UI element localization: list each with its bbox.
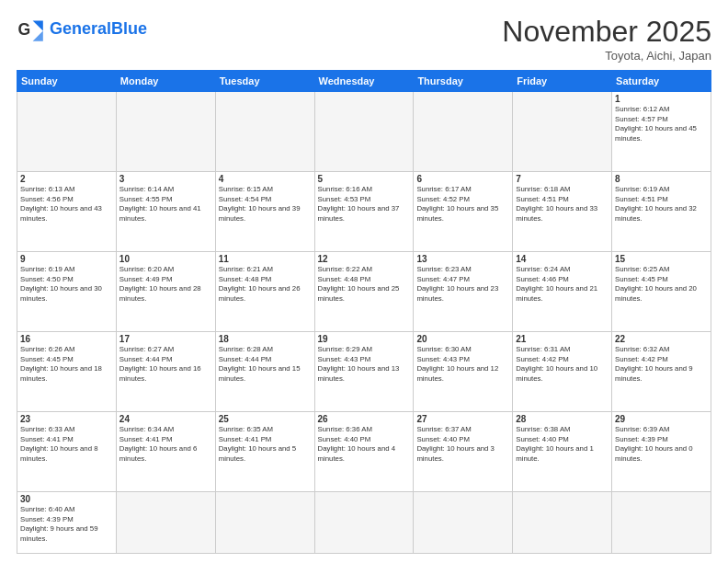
day-number: 27 bbox=[416, 414, 509, 424]
calendar-cell-2-4: 13Sunrise: 6:23 AM Sunset: 4:47 PM Dayli… bbox=[414, 252, 513, 332]
cell-sun-info: Sunrise: 6:26 AM Sunset: 4:45 PM Dayligh… bbox=[20, 345, 113, 384]
day-number: 16 bbox=[20, 334, 113, 344]
day-number: 23 bbox=[20, 414, 113, 424]
col-sunday: Sunday bbox=[17, 71, 117, 92]
day-number: 11 bbox=[219, 254, 312, 264]
calendar-cell-1-6: 8Sunrise: 6:19 AM Sunset: 4:51 PM Daylig… bbox=[612, 172, 711, 252]
cell-sun-info: Sunrise: 6:29 AM Sunset: 4:43 PM Dayligh… bbox=[318, 345, 411, 384]
svg-marker-2 bbox=[33, 31, 43, 41]
calendar-cell-1-5: 7Sunrise: 6:18 AM Sunset: 4:51 PM Daylig… bbox=[513, 172, 612, 252]
calendar-cell-0-6: 1Sunrise: 6:12 AM Sunset: 4:57 PM Daylig… bbox=[612, 92, 711, 172]
calendar-cell-3-0: 16Sunrise: 6:26 AM Sunset: 4:45 PM Dayli… bbox=[17, 332, 117, 412]
month-title: November 2025 bbox=[502, 15, 711, 49]
cell-sun-info: Sunrise: 6:34 AM Sunset: 4:41 PM Dayligh… bbox=[119, 425, 212, 464]
cell-sun-info: Sunrise: 6:12 AM Sunset: 4:57 PM Dayligh… bbox=[615, 105, 708, 144]
cell-sun-info: Sunrise: 6:19 AM Sunset: 4:51 PM Dayligh… bbox=[615, 185, 708, 224]
calendar-cell-3-2: 18Sunrise: 6:28 AM Sunset: 4:44 PM Dayli… bbox=[215, 332, 314, 412]
cell-sun-info: Sunrise: 6:23 AM Sunset: 4:47 PM Dayligh… bbox=[416, 265, 509, 304]
cell-sun-info: Sunrise: 6:33 AM Sunset: 4:41 PM Dayligh… bbox=[20, 425, 113, 464]
cell-sun-info: Sunrise: 6:17 AM Sunset: 4:52 PM Dayligh… bbox=[416, 185, 509, 224]
calendar-cell-2-1: 10Sunrise: 6:20 AM Sunset: 4:49 PM Dayli… bbox=[116, 252, 215, 332]
calendar-cell-4-2: 25Sunrise: 6:35 AM Sunset: 4:41 PM Dayli… bbox=[215, 412, 314, 492]
day-number: 10 bbox=[119, 254, 212, 264]
cell-sun-info: Sunrise: 6:14 AM Sunset: 4:55 PM Dayligh… bbox=[119, 185, 212, 224]
day-number: 24 bbox=[119, 414, 212, 424]
day-number: 9 bbox=[20, 254, 113, 264]
calendar-cell-3-5: 21Sunrise: 6:31 AM Sunset: 4:42 PM Dayli… bbox=[513, 332, 612, 412]
calendar-cell-2-5: 14Sunrise: 6:24 AM Sunset: 4:46 PM Dayli… bbox=[513, 252, 612, 332]
location: Toyota, Aichi, Japan bbox=[502, 49, 711, 63]
calendar-cell-1-0: 2Sunrise: 6:13 AM Sunset: 4:56 PM Daylig… bbox=[17, 172, 117, 252]
col-saturday: Saturday bbox=[612, 71, 711, 92]
calendar-cell-3-1: 17Sunrise: 6:27 AM Sunset: 4:44 PM Dayli… bbox=[116, 332, 215, 412]
col-friday: Friday bbox=[513, 71, 612, 92]
calendar-cell-4-6: 29Sunrise: 6:39 AM Sunset: 4:39 PM Dayli… bbox=[612, 412, 711, 492]
day-number: 18 bbox=[219, 334, 312, 344]
calendar-row-5: 30Sunrise: 6:40 AM Sunset: 4:39 PM Dayli… bbox=[17, 492, 711, 554]
cell-sun-info: Sunrise: 6:32 AM Sunset: 4:42 PM Dayligh… bbox=[615, 345, 708, 384]
cell-sun-info: Sunrise: 6:24 AM Sunset: 4:46 PM Dayligh… bbox=[516, 265, 609, 304]
calendar-cell-4-3: 26Sunrise: 6:36 AM Sunset: 4:40 PM Dayli… bbox=[314, 412, 414, 492]
day-number: 6 bbox=[416, 174, 509, 184]
day-number: 5 bbox=[318, 174, 411, 184]
day-number: 12 bbox=[318, 254, 411, 264]
col-wednesday: Wednesday bbox=[314, 71, 414, 92]
day-number: 1 bbox=[615, 94, 708, 104]
calendar-cell-4-5: 28Sunrise: 6:38 AM Sunset: 4:40 PM Dayli… bbox=[513, 412, 612, 492]
calendar-cell-5-3 bbox=[314, 492, 414, 554]
calendar-cell-0-3 bbox=[314, 92, 414, 172]
day-number: 26 bbox=[318, 414, 411, 424]
day-number: 17 bbox=[119, 334, 212, 344]
cell-sun-info: Sunrise: 6:13 AM Sunset: 4:56 PM Dayligh… bbox=[20, 185, 113, 224]
day-number: 30 bbox=[20, 494, 113, 504]
calendar-cell-4-0: 23Sunrise: 6:33 AM Sunset: 4:41 PM Dayli… bbox=[17, 412, 117, 492]
calendar-cell-2-0: 9Sunrise: 6:19 AM Sunset: 4:50 PM Daylig… bbox=[17, 252, 117, 332]
calendar-cell-4-1: 24Sunrise: 6:34 AM Sunset: 4:41 PM Dayli… bbox=[116, 412, 215, 492]
calendar-cell-2-2: 11Sunrise: 6:21 AM Sunset: 4:48 PM Dayli… bbox=[215, 252, 314, 332]
page: G GeneralBlue November 2025 Toyota, Aich… bbox=[0, 0, 728, 563]
calendar-cell-1-2: 4Sunrise: 6:15 AM Sunset: 4:54 PM Daylig… bbox=[215, 172, 314, 252]
calendar-cell-1-4: 6Sunrise: 6:17 AM Sunset: 4:52 PM Daylig… bbox=[414, 172, 513, 252]
cell-sun-info: Sunrise: 6:15 AM Sunset: 4:54 PM Dayligh… bbox=[219, 185, 312, 224]
day-number: 20 bbox=[416, 334, 509, 344]
col-monday: Monday bbox=[116, 71, 215, 92]
calendar-cell-3-6: 22Sunrise: 6:32 AM Sunset: 4:42 PM Dayli… bbox=[612, 332, 711, 412]
svg-text:G: G bbox=[18, 20, 31, 39]
calendar-cell-5-2 bbox=[215, 492, 314, 554]
calendar-cell-4-4: 27Sunrise: 6:37 AM Sunset: 4:40 PM Dayli… bbox=[414, 412, 513, 492]
calendar-cell-5-5 bbox=[513, 492, 612, 554]
calendar-row-3: 16Sunrise: 6:26 AM Sunset: 4:45 PM Dayli… bbox=[17, 332, 711, 412]
day-number: 29 bbox=[615, 414, 708, 424]
header: G GeneralBlue November 2025 Toyota, Aich… bbox=[17, 15, 711, 63]
day-number: 25 bbox=[219, 414, 312, 424]
title-block: November 2025 Toyota, Aichi, Japan bbox=[502, 15, 711, 63]
cell-sun-info: Sunrise: 6:22 AM Sunset: 4:48 PM Dayligh… bbox=[318, 265, 411, 304]
calendar-row-1: 2Sunrise: 6:13 AM Sunset: 4:56 PM Daylig… bbox=[17, 172, 711, 252]
day-number: 28 bbox=[516, 414, 609, 424]
cell-sun-info: Sunrise: 6:40 AM Sunset: 4:39 PM Dayligh… bbox=[20, 505, 113, 544]
calendar-row-4: 23Sunrise: 6:33 AM Sunset: 4:41 PM Dayli… bbox=[17, 412, 711, 492]
cell-sun-info: Sunrise: 6:30 AM Sunset: 4:43 PM Dayligh… bbox=[416, 345, 509, 384]
cell-sun-info: Sunrise: 6:19 AM Sunset: 4:50 PM Dayligh… bbox=[20, 265, 113, 304]
cell-sun-info: Sunrise: 6:31 AM Sunset: 4:42 PM Dayligh… bbox=[516, 345, 609, 384]
cell-sun-info: Sunrise: 6:39 AM Sunset: 4:39 PM Dayligh… bbox=[615, 425, 708, 464]
calendar-cell-3-3: 19Sunrise: 6:29 AM Sunset: 4:43 PM Dayli… bbox=[314, 332, 414, 412]
cell-sun-info: Sunrise: 6:35 AM Sunset: 4:41 PM Dayligh… bbox=[219, 425, 312, 464]
day-header-row: Sunday Monday Tuesday Wednesday Thursday… bbox=[17, 71, 711, 92]
calendar-row-2: 9Sunrise: 6:19 AM Sunset: 4:50 PM Daylig… bbox=[17, 252, 711, 332]
col-thursday: Thursday bbox=[414, 71, 513, 92]
calendar-cell-5-1 bbox=[116, 492, 215, 554]
cell-sun-info: Sunrise: 6:28 AM Sunset: 4:44 PM Dayligh… bbox=[219, 345, 312, 384]
cell-sun-info: Sunrise: 6:38 AM Sunset: 4:40 PM Dayligh… bbox=[516, 425, 609, 464]
day-number: 7 bbox=[516, 174, 609, 184]
calendar-cell-0-5 bbox=[513, 92, 612, 172]
calendar-cell-0-0 bbox=[17, 92, 117, 172]
day-number: 14 bbox=[516, 254, 609, 264]
cell-sun-info: Sunrise: 6:18 AM Sunset: 4:51 PM Dayligh… bbox=[516, 185, 609, 224]
calendar-cell-1-1: 3Sunrise: 6:14 AM Sunset: 4:55 PM Daylig… bbox=[116, 172, 215, 252]
logo-blue: Blue bbox=[111, 19, 147, 38]
calendar-row-0: 1Sunrise: 6:12 AM Sunset: 4:57 PM Daylig… bbox=[17, 92, 711, 172]
day-number: 22 bbox=[615, 334, 708, 344]
cell-sun-info: Sunrise: 6:37 AM Sunset: 4:40 PM Dayligh… bbox=[416, 425, 509, 464]
calendar-cell-5-0: 30Sunrise: 6:40 AM Sunset: 4:39 PM Dayli… bbox=[17, 492, 117, 554]
